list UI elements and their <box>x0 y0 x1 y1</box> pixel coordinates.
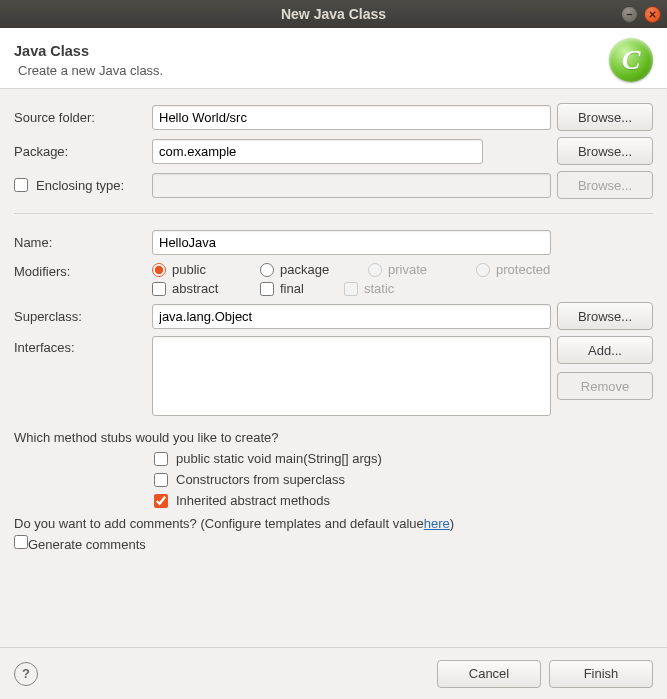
stub-constructors-label: Constructors from superclass <box>176 472 345 487</box>
cancel-button[interactable]: Cancel <box>437 660 541 688</box>
stub-inherited-checkbox[interactable] <box>154 494 168 508</box>
stub-main-checkbox[interactable] <box>154 452 168 466</box>
window-controls <box>621 6 661 23</box>
close-icon[interactable] <box>644 6 661 23</box>
remove-interface-button: Remove <box>557 372 653 400</box>
stub-inherited-label: Inherited abstract methods <box>176 493 330 508</box>
modifier-package[interactable]: package <box>260 262 344 277</box>
enclosing-type-label: Enclosing type: <box>36 178 124 193</box>
modifier-final[interactable]: final <box>260 281 320 296</box>
browse-package-button[interactable]: Browse... <box>557 137 653 165</box>
source-folder-input[interactable] <box>152 105 551 130</box>
superclass-input[interactable] <box>152 304 551 329</box>
browse-superclass-button[interactable]: Browse... <box>557 302 653 330</box>
minimize-icon[interactable] <box>621 6 638 23</box>
finish-button[interactable]: Finish <box>549 660 653 688</box>
stubs-question: Which method stubs would you like to cre… <box>14 430 653 445</box>
browse-enclosing-button: Browse... <box>557 171 653 199</box>
modifier-private: private <box>368 262 452 277</box>
package-input[interactable] <box>152 139 483 164</box>
stub-main-label: public static void main(String[] args) <box>176 451 382 466</box>
comments-question: Do you want to add comments? (Configure … <box>14 516 424 531</box>
modifier-abstract[interactable]: abstract <box>152 281 236 296</box>
class-icon: C <box>609 38 653 82</box>
interfaces-list[interactable] <box>152 336 551 416</box>
name-input[interactable] <box>152 230 551 255</box>
dialog-header: Java Class Create a new Java class. C <box>0 28 667 89</box>
enclosing-type-input <box>152 173 551 198</box>
interfaces-label: Interfaces: <box>14 336 146 355</box>
page-title: Java Class <box>14 43 163 59</box>
browse-source-button[interactable]: Browse... <box>557 103 653 131</box>
add-interface-button[interactable]: Add... <box>557 336 653 364</box>
enclosing-type-checkbox[interactable] <box>14 178 28 192</box>
help-icon[interactable]: ? <box>14 662 38 686</box>
dialog-footer: ? Cancel Finish <box>0 647 667 699</box>
superclass-label: Superclass: <box>14 309 146 324</box>
generate-comments-checkbox[interactable] <box>14 535 28 549</box>
modifiers-label: Modifiers: <box>14 262 146 279</box>
separator <box>14 213 653 214</box>
stub-constructors-checkbox[interactable] <box>154 473 168 487</box>
configure-templates-link[interactable]: here <box>424 516 450 531</box>
page-subtitle: Create a new Java class. <box>18 63 163 78</box>
source-folder-label: Source folder: <box>14 110 146 125</box>
window-title: New Java Class <box>281 6 386 22</box>
name-label: Name: <box>14 235 146 250</box>
package-label: Package: <box>14 144 146 159</box>
titlebar: New Java Class <box>0 0 667 28</box>
modifier-protected: protected <box>476 262 560 277</box>
modifier-static: static <box>344 281 428 296</box>
generate-comments-label: Generate comments <box>28 537 146 552</box>
modifier-public[interactable]: public <box>152 262 236 277</box>
